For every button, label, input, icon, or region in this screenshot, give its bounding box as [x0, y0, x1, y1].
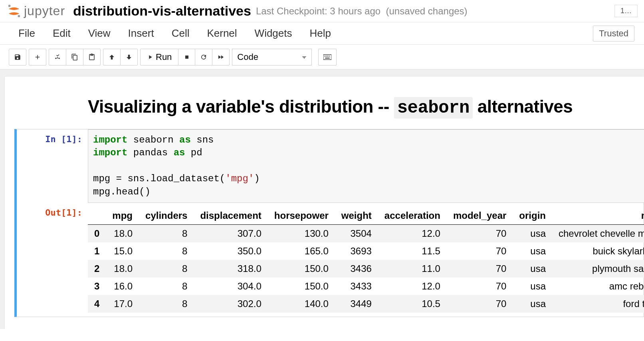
- svg-rect-7: [329, 56, 330, 56]
- df-col-model_year: model_year: [447, 207, 513, 225]
- markdown-cell[interactable]: Visualizing a variable's distribution --…: [5, 93, 644, 129]
- arrow-down-icon: [125, 54, 133, 61]
- menu-widgets[interactable]: Widgets: [246, 22, 301, 44]
- markdown-heading: Visualizing a variable's distribution --…: [88, 97, 644, 118]
- copy-icon: [71, 54, 78, 61]
- tab-indicator[interactable]: 1…: [614, 5, 638, 17]
- save-button[interactable]: [9, 49, 26, 65]
- logo-text: jupyter: [24, 4, 65, 18]
- cell-type-select[interactable]: Code: [232, 49, 312, 65]
- table-row: 218.08318.0150.0343611.070usaplymouth sa…: [88, 260, 644, 278]
- menu-cell[interactable]: Cell: [163, 22, 198, 44]
- toolbar: Run Code: [0, 45, 644, 69]
- svg-rect-2: [185, 56, 188, 59]
- in-prompt: In [1]:: [45, 134, 82, 144]
- command-palette-button[interactable]: [318, 49, 337, 65]
- menubar: FileEditViewInsertCellKernelWidgetsHelpT…: [0, 22, 644, 45]
- svg-rect-5: [326, 56, 327, 56]
- move-up-button[interactable]: [103, 49, 121, 65]
- out-prompt: Out[1]:: [45, 208, 82, 218]
- play-icon: [147, 54, 153, 60]
- menu-insert[interactable]: Insert: [119, 22, 163, 44]
- output-area: mpgcylindersdisplacementhorsepowerweight…: [88, 203, 644, 317]
- df-index: 2: [88, 260, 106, 278]
- interrupt-button[interactable]: [178, 49, 195, 65]
- restart-run-all-button[interactable]: [212, 49, 230, 65]
- df-index: 3: [88, 278, 106, 295]
- cut-icon: [54, 54, 61, 61]
- code-input[interactable]: import seaborn as sns import pandas as p…: [88, 129, 644, 203]
- svg-rect-8: [325, 57, 330, 58]
- table-row: 417.08302.0140.0344910.570usaford torino: [88, 295, 644, 313]
- svg-point-0: [8, 4, 11, 7]
- df-col-name: name: [552, 207, 644, 225]
- df-index-header: [88, 207, 106, 225]
- table-row: 115.08350.0165.0369311.570usabuick skyla…: [88, 242, 644, 260]
- dataframe-table: mpgcylindersdisplacementhorsepowerweight…: [88, 207, 644, 313]
- copy-button[interactable]: [66, 49, 83, 65]
- df-col-weight: weight: [335, 207, 378, 225]
- save-icon: [14, 54, 21, 61]
- df-index: 1: [88, 242, 106, 260]
- move-down-button[interactable]: [121, 49, 138, 65]
- df-col-origin: origin: [513, 207, 552, 225]
- svg-rect-6: [327, 56, 328, 56]
- run-button[interactable]: Run: [140, 49, 178, 65]
- svg-rect-4: [325, 56, 325, 56]
- plus-icon: [34, 54, 41, 61]
- notebook-title[interactable]: distribution-vis-alternatives: [73, 3, 251, 19]
- svg-point-1: [18, 15, 20, 17]
- notebook-container: Visualizing a variable's distribution --…: [0, 69, 644, 329]
- notebook-header: jupyter distribution-vis-alternatives La…: [0, 0, 644, 22]
- menu-kernel[interactable]: Kernel: [198, 22, 246, 44]
- table-row: 018.08307.0130.0350412.070usachevrolet c…: [88, 224, 644, 242]
- df-col-acceleration: acceleration: [378, 207, 447, 225]
- df-col-displacement: displacement: [194, 207, 268, 225]
- paste-icon: [88, 54, 95, 61]
- code-cell-1[interactable]: In [1]: import seaborn as sns import pan…: [14, 129, 644, 317]
- fast-forward-icon: [217, 54, 224, 61]
- menu-view[interactable]: View: [79, 22, 119, 44]
- paste-button[interactable]: [83, 49, 101, 65]
- keyboard-icon: [323, 54, 331, 60]
- jupyter-icon: [6, 4, 22, 19]
- menu-file[interactable]: File: [10, 22, 44, 44]
- df-index: 0: [88, 224, 106, 242]
- jupyter-logo[interactable]: jupyter: [6, 4, 65, 19]
- restart-button[interactable]: [195, 49, 212, 65]
- df-col-mpg: mpg: [106, 207, 139, 225]
- df-index: 4: [88, 295, 106, 313]
- arrow-up-icon: [108, 54, 115, 61]
- df-col-horsepower: horsepower: [268, 207, 335, 225]
- svg-rect-3: [323, 54, 331, 59]
- stop-icon: [184, 54, 190, 60]
- menu-help[interactable]: Help: [301, 22, 340, 44]
- cut-button[interactable]: [49, 49, 66, 65]
- checkpoint-text: Last Checkpoint: 3 hours ago (unsaved ch…: [256, 6, 468, 17]
- add-cell-button[interactable]: [29, 49, 46, 65]
- run-label: Run: [156, 52, 172, 62]
- df-col-cylinders: cylinders: [139, 207, 194, 225]
- table-row: 316.08304.0150.0343312.070usaamc rebel s…: [88, 278, 644, 295]
- restart-icon: [200, 54, 207, 61]
- menu-edit[interactable]: Edit: [44, 22, 79, 44]
- trusted-badge[interactable]: Trusted: [593, 26, 634, 42]
